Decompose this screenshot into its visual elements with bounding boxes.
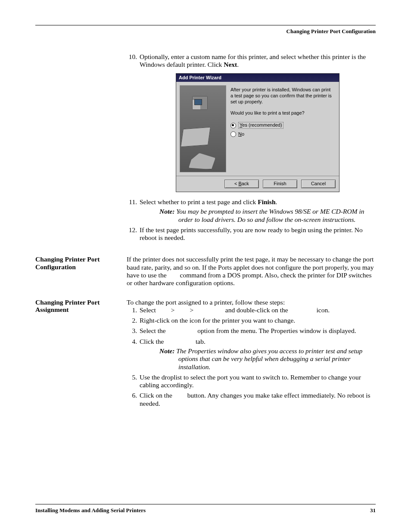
footer-left: Installing Modems and Adding Serial Prin… <box>35 507 146 514</box>
finish-button[interactable]: Finish <box>263 180 297 188</box>
assign-step-1: Select > > and double-click on the icon. <box>139 306 376 314</box>
step-bold: Next <box>224 61 237 68</box>
section-assign-intro: To change the port assigned to a printer… <box>127 299 376 306</box>
step-after: . <box>276 198 277 205</box>
radio-no-label: No <box>238 131 244 137</box>
wizard-body: After your printer is installed, Windows… <box>176 82 339 176</box>
footer-page-number: 31 <box>370 507 376 514</box>
assign-steps: Select > > and double-click on the icon.… <box>127 306 376 408</box>
assign-step-2: Right-click on the icon for the printer … <box>139 317 376 324</box>
section-config: Changing Printer Port Configuration If t… <box>35 255 376 287</box>
radio-yes-dot <box>230 123 236 128</box>
section-assign-heading: Changing Printer Port Assignment <box>35 299 127 314</box>
assign-step-3: Select the option from the menu. The Pro… <box>139 327 376 335</box>
note-body: The Properties window also gives you acc… <box>176 347 362 370</box>
note-body: You may be prompted to insert the Window… <box>176 208 364 223</box>
step-11-note: Note: You may be prompted to insert the … <box>153 208 376 224</box>
section-config-heading: Changing Printer Port Configuration <box>35 255 127 271</box>
radio-no-dot <box>230 131 236 137</box>
wizard-intro-text: After your printer is installed, Windows… <box>230 87 334 105</box>
note-label: Note: <box>159 347 174 355</box>
section-config-body: If the printer does not successfully pri… <box>127 255 376 287</box>
step-text: Select whether to print a test page and … <box>140 198 258 205</box>
wizard-titlebar: Add Printer Wizard <box>176 74 339 82</box>
cancel-button[interactable]: Cancel <box>301 180 336 188</box>
running-header: Changing Printer Port Configuration <box>35 28 376 35</box>
wizard-printer-icon <box>181 127 211 147</box>
wizard-button-bar: < Back Finish Cancel <box>176 176 339 192</box>
assign-step-5: Use the droplist to select the port you … <box>139 373 376 389</box>
wizard-sidebar-image <box>180 85 226 172</box>
section-assign-body: To change the port assigned to a printer… <box>127 299 376 410</box>
step-10: Optionally, enter a custom name for this… <box>139 53 376 192</box>
assign-step-4: Click the tab. Note: The Properties wind… <box>139 338 376 371</box>
step-11: Select whether to print a test page and … <box>139 198 376 224</box>
step-bold: Finish <box>258 198 275 205</box>
note-label: Note: <box>159 208 174 215</box>
wizard-question: Would you like to print a test page? <box>230 110 334 116</box>
step-text: Optionally, enter a custom name for this… <box>140 53 366 68</box>
wizard-computer-icon <box>192 96 208 110</box>
step-12: If the test page prints successfully, yo… <box>139 226 376 242</box>
radio-yes[interactable]: Yes (recommended) <box>230 122 334 129</box>
section-assign: Changing Printer Port Assignment To chan… <box>35 299 376 410</box>
wizard-paper-icon <box>189 153 215 169</box>
footer-rule <box>35 504 376 504</box>
assign-step-4-note: Note: The Properties window also gives y… <box>153 347 376 371</box>
page: Changing Printer Port Configuration Opti… <box>0 0 411 532</box>
radio-yes-label: Yes (recommended) <box>238 122 283 129</box>
page-footer: Installing Modems and Adding Serial Prin… <box>35 504 376 514</box>
main-block-1: Optionally, enter a custom name for this… <box>35 53 376 244</box>
step-after: . <box>237 61 239 68</box>
wizard-text-area: After your printer is installed, Windows… <box>226 85 336 172</box>
assign-step-6: Click on the button. Any changes you mak… <box>139 392 376 408</box>
radio-no[interactable]: No <box>230 131 334 137</box>
header-rule <box>35 25 376 25</box>
back-button[interactable]: < Back <box>224 180 259 188</box>
step-text: If the test page prints successfully, yo… <box>140 226 363 241</box>
wizard-screenshot: Add Printer Wizard After your printer is… <box>176 73 339 193</box>
ordered-steps-b: Select whether to print a test page and … <box>127 198 376 242</box>
ordered-steps-a: Optionally, enter a custom name for this… <box>127 53 376 192</box>
